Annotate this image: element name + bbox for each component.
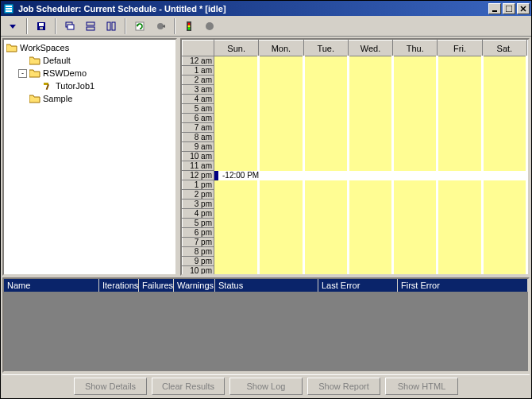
schedule-cell[interactable] [393, 266, 438, 275]
schedule-cell[interactable] [348, 133, 392, 142]
schedule-cell[interactable] [259, 219, 303, 228]
schedule-cell[interactable] [259, 85, 303, 95]
schedule-cell[interactable] [348, 161, 392, 171]
schedule-cell[interactable] [482, 247, 526, 257]
schedule-cell[interactable] [348, 180, 392, 190]
hour-label[interactable]: 3 pm [183, 200, 214, 209]
hour-label[interactable]: 12 pm [183, 171, 214, 180]
schedule-cell[interactable] [259, 228, 303, 238]
schedule-cell[interactable] [214, 161, 259, 171]
day-header[interactable]: Thu. [393, 41, 438, 56]
hour-label[interactable]: 1 pm [183, 180, 214, 190]
schedule-cell[interactable] [393, 95, 438, 104]
stop-button[interactable] [201, 17, 218, 35]
schedule-cell[interactable] [303, 266, 348, 275]
schedule-cell[interactable] [348, 56, 392, 66]
results-column-header[interactable]: Warnings [174, 279, 215, 292]
schedule-cell[interactable] [214, 95, 259, 104]
schedule-cell[interactable] [259, 209, 303, 219]
cascade-windows-button[interactable] [61, 17, 79, 35]
schedule-cell[interactable] [303, 114, 348, 123]
schedule-cell[interactable] [438, 123, 482, 133]
day-header[interactable]: Tue. [303, 41, 348, 56]
schedule-cell[interactable] [348, 200, 392, 209]
schedule-cell[interactable] [303, 161, 348, 171]
hour-label[interactable]: 8 pm [183, 247, 214, 257]
schedule-cell[interactable] [438, 171, 482, 180]
schedule-cell[interactable] [482, 104, 526, 114]
schedule-cell[interactable] [303, 104, 348, 114]
schedule-cell[interactable] [259, 123, 303, 133]
schedule-cell[interactable] [303, 56, 348, 66]
show-details-button[interactable]: Show Details [74, 378, 147, 395]
schedule-cell[interactable] [482, 219, 526, 228]
schedule-cell[interactable] [214, 76, 259, 85]
schedule-cell[interactable] [214, 152, 259, 161]
schedule-cell[interactable] [214, 266, 259, 275]
schedule-cell[interactable] [348, 66, 392, 76]
schedule-cell[interactable] [259, 133, 303, 142]
schedule-cell[interactable] [259, 200, 303, 209]
hour-label[interactable]: 3 am [183, 85, 214, 95]
schedule-cell[interactable] [393, 133, 438, 142]
schedule-cell[interactable] [303, 247, 348, 257]
schedule-cell[interactable] [214, 228, 259, 238]
schedule-cell[interactable] [214, 257, 259, 266]
schedule-cell[interactable] [259, 266, 303, 275]
tree-root[interactable]: WorkSpaces [6, 41, 174, 54]
schedule-cell[interactable] [438, 266, 482, 275]
schedule-cell[interactable] [393, 76, 438, 85]
hour-label[interactable]: 6 am [183, 114, 214, 123]
schedule-cell[interactable] [438, 190, 482, 200]
schedule-cell[interactable] [348, 247, 392, 257]
schedule-cell[interactable] [393, 238, 438, 247]
schedule-cell[interactable] [438, 161, 482, 171]
schedule-cell[interactable] [482, 171, 526, 180]
schedule-cell[interactable] [348, 257, 392, 266]
schedule-cell[interactable] [393, 171, 438, 180]
schedule-cell[interactable] [259, 247, 303, 257]
dropdown-button[interactable] [4, 17, 21, 35]
schedule-cell[interactable] [438, 228, 482, 238]
refresh-button[interactable] [131, 17, 148, 35]
schedule-cell[interactable] [259, 142, 303, 152]
schedule-cell[interactable] [214, 85, 259, 95]
schedule-cell[interactable] [482, 161, 526, 171]
schedule-cell[interactable] [482, 95, 526, 104]
schedule-cell[interactable] [214, 104, 259, 114]
hour-label[interactable]: 10 am [183, 152, 214, 161]
schedule-cell[interactable] [438, 85, 482, 95]
hour-label[interactable]: 2 am [183, 76, 214, 85]
schedule-cell[interactable] [259, 104, 303, 114]
schedule-cell[interactable] [214, 219, 259, 228]
hour-label[interactable]: 7 pm [183, 238, 214, 247]
schedule-cell[interactable] [393, 257, 438, 266]
hour-label[interactable]: 1 am [183, 66, 214, 76]
show-log-button[interactable]: Show Log [229, 378, 303, 395]
schedule-cell[interactable] [438, 76, 482, 85]
schedule-cell[interactable] [259, 56, 303, 66]
schedule-cell[interactable] [438, 66, 482, 76]
schedule-cell[interactable] [303, 133, 348, 142]
schedule-cell[interactable] [482, 152, 526, 161]
schedule-cell[interactable] [303, 209, 348, 219]
hour-label[interactable]: 9 pm [183, 257, 214, 266]
schedule-cell[interactable] [303, 66, 348, 76]
schedule-cell[interactable] [214, 133, 259, 142]
schedule-cell[interactable] [348, 209, 392, 219]
schedule-cell[interactable] [348, 76, 392, 85]
schedule-cell[interactable] [482, 66, 526, 76]
schedule-cell[interactable] [393, 161, 438, 171]
schedule-cell[interactable] [348, 123, 392, 133]
schedule-cell[interactable] [482, 209, 526, 219]
schedule-cell[interactable] [303, 257, 348, 266]
schedule-cell[interactable] [438, 152, 482, 161]
schedule-cell[interactable] [259, 190, 303, 200]
results-column-header[interactable]: Iterations [99, 279, 139, 292]
hour-label[interactable]: 5 am [183, 104, 214, 114]
workspace-tree-panel[interactable]: WorkSpaces Default - RSWDemo [2, 38, 177, 276]
schedule-cell[interactable] [303, 95, 348, 104]
schedule-cell[interactable] [482, 85, 526, 95]
results-column-header[interactable]: Name [4, 279, 99, 292]
schedule-cell[interactable] [482, 266, 526, 275]
